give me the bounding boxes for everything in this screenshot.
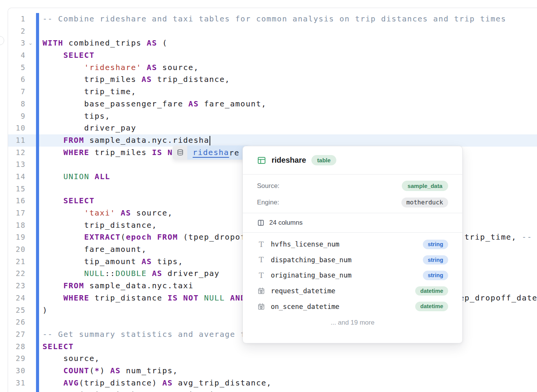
line-number: 15: [8, 183, 26, 195]
line-number: 13: [8, 158, 26, 171]
line-number: 20: [8, 243, 26, 256]
line-number: 3: [8, 37, 26, 49]
modified-lines-indicator: [36, 389, 39, 392]
line-number: 29: [8, 353, 26, 365]
engine-row: Engine: motherduck: [257, 194, 448, 211]
code-line[interactable]: 6 trip_miles AS trip_distance,: [8, 74, 537, 86]
code-text: FROM sample_data.nyc.taxi: [43, 280, 193, 292]
modified-lines-indicator: [36, 74, 39, 86]
line-number: 2: [8, 25, 26, 38]
database-icon: [173, 145, 187, 160]
line-number: 18: [8, 219, 26, 232]
line-number: 32: [8, 389, 26, 392]
calendar-clock-icon: [257, 287, 265, 295]
modified-lines-indicator: [36, 353, 39, 365]
autocomplete-matched-text: ridesha: [193, 148, 229, 158]
line-number: 31: [8, 377, 26, 389]
code-text: SELECT: [43, 49, 95, 62]
line-number: 4: [8, 49, 26, 62]
line-number: 26: [8, 316, 26, 328]
line-number: 9: [8, 110, 26, 122]
code-line[interactable]: 3⌄WITH combined_trips AS (: [8, 37, 537, 49]
code-text: SELECT: [43, 195, 95, 207]
modified-lines-indicator: [36, 328, 39, 341]
line-number: 7: [8, 86, 26, 98]
modified-lines-indicator: [36, 207, 39, 219]
autocomplete-rest-text: re: [229, 148, 239, 157]
code-text: tip_amount AS tips,: [43, 256, 183, 268]
column-type-badge: datetime: [415, 302, 448, 311]
table-type-badge: table: [311, 155, 336, 165]
line-number: 30: [8, 365, 26, 377]
line-number: 17: [8, 207, 26, 219]
code-line[interactable]: 11 FROM sample_data.nyc.ridesha: [8, 134, 537, 147]
code-text: AVG(trip_time) AS avg_trip_time,: [43, 389, 230, 392]
modified-lines-indicator: [36, 304, 39, 317]
code-line[interactable]: 30 COUNT(*) AS num_trips,: [8, 365, 537, 377]
more-columns-label: ... and 19 more: [243, 319, 462, 327]
modified-lines-indicator: [36, 365, 39, 377]
column-row: Thvfhs_license_numstring: [257, 237, 448, 252]
modified-lines-indicator: [36, 280, 39, 292]
code-line[interactable]: 9 tips,: [8, 110, 537, 122]
line-number: 12: [8, 147, 26, 159]
column-row: on_scene_datetimedatetime: [257, 299, 448, 314]
columns-icon: [257, 219, 265, 227]
column-name: on_scene_datetime: [271, 303, 415, 310]
code-text: trip_distance,: [43, 219, 157, 232]
autocomplete-popup: rideshare: [173, 145, 249, 160]
code-line[interactable]: 32 AVG(trip_time) AS avg_trip_time,: [8, 389, 537, 392]
code-text: UNION ALL: [43, 171, 110, 183]
text-icon: T: [257, 256, 265, 263]
code-text: fare_amount,: [43, 243, 147, 256]
line-number: 22: [8, 268, 26, 280]
line-number: 19: [8, 231, 26, 243]
code-text: -- Combine rideshare and taxi tables for…: [43, 13, 506, 25]
line-number: 8: [8, 98, 26, 110]
modified-lines-indicator: [36, 49, 39, 62]
column-name: originating_base_num: [271, 271, 423, 279]
code-line[interactable]: 4 SELECT: [8, 49, 537, 62]
column-name: dispatching_base_num: [271, 256, 423, 264]
line-number: 24: [8, 292, 26, 304]
code-line[interactable]: 29 source,: [8, 353, 537, 365]
code-text: SELECT: [43, 341, 74, 353]
columns-count-label: 24 columns: [269, 219, 303, 227]
code-text: tips,: [43, 110, 110, 122]
code-line[interactable]: 1-- Combine rideshare and taxi tables fo…: [8, 13, 537, 25]
code-text: FROM sample_data.nyc.ridesha: [43, 134, 210, 147]
code-text: NULL::DOUBLE AS driver_pay: [43, 268, 219, 280]
code-text: WITH combined_trips AS (: [43, 37, 167, 49]
code-line[interactable]: 5 'rideshare' AS source,: [8, 62, 537, 74]
column-name: request_datetime: [271, 287, 415, 295]
columns-list: Thvfhs_license_numstringTdispatching_bas…: [243, 233, 462, 314]
modified-lines-indicator: [36, 147, 39, 159]
modified-lines-indicator: [36, 292, 39, 304]
code-line[interactable]: 10 driver_pay: [8, 122, 537, 134]
code-text: base_passenger_fare AS fare_amount,: [43, 98, 267, 110]
modified-lines-indicator: [36, 243, 39, 256]
table-icon: [257, 156, 266, 165]
line-number: 11: [8, 134, 26, 147]
line-number: 28: [8, 341, 26, 353]
code-line[interactable]: 7 trip_time,: [8, 86, 537, 98]
column-row: Toriginating_base_numstring: [257, 268, 448, 283]
fold-chevron-icon[interactable]: ⌄: [26, 37, 36, 49]
modified-lines-indicator: [36, 183, 39, 195]
column-row: Tdispatching_base_numstring: [257, 252, 448, 268]
table-info-header: rideshare table: [243, 146, 462, 175]
modified-lines-indicator: [36, 231, 39, 243]
code-line[interactable]: 2: [8, 25, 537, 38]
modified-lines-indicator: [36, 110, 39, 122]
modified-lines-indicator: [36, 256, 39, 268]
source-row: Source: sample_data: [257, 178, 448, 194]
code-line[interactable]: 31 AVG(trip_distance) AS avg_trip_distan…: [8, 377, 537, 389]
code-text: trip_time,: [43, 86, 136, 98]
modified-lines-indicator: [36, 98, 39, 110]
collapsed-panel-handle[interactable]: [0, 36, 4, 45]
code-line[interactable]: 8 base_passenger_fare AS fare_amount,: [8, 98, 537, 110]
column-type-badge: datetime: [415, 286, 448, 296]
code-text: 'rideshare' AS source,: [43, 62, 199, 74]
autocomplete-item-rideshare[interactable]: rideshare: [187, 145, 249, 160]
code-text: AVG(trip_distance) AS avg_trip_distance,: [43, 377, 272, 389]
